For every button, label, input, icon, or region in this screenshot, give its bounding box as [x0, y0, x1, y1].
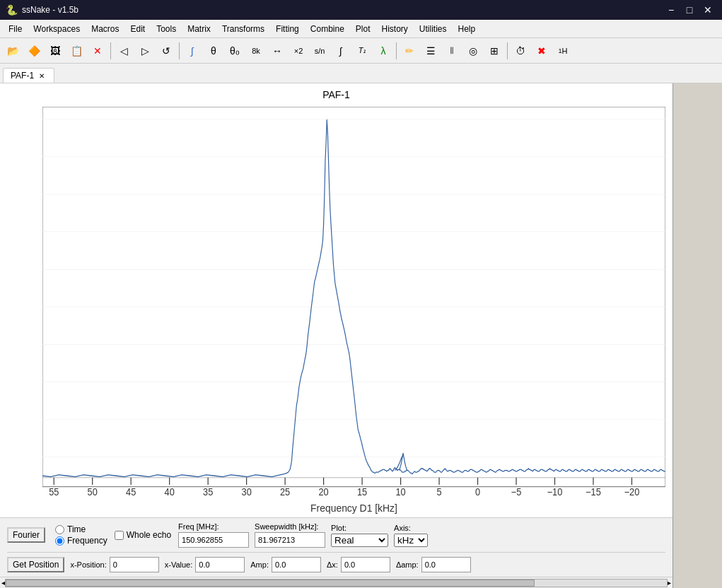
get-position-button[interactable]: Get Position [7, 557, 64, 572]
plot-field-group: Plot: Real Imaginary Absolute [331, 524, 388, 547]
image-button[interactable]: 🖼 [45, 41, 65, 61]
sep4 [507, 42, 508, 59]
delta-x-label: Δx: [327, 560, 338, 569]
x-button[interactable]: ✖ [532, 41, 552, 61]
title-bar: 🐍 ssNake - v1.5b − □ ✕ [0, 0, 722, 20]
delta-amp-input[interactable] [421, 557, 471, 572]
svg-text:Frequency D1 [kHz]: Frequency D1 [kHz] [310, 502, 397, 514]
menubar: File Workspaces Macros Edit Tools Matrix… [0, 20, 722, 38]
time-radio[interactable] [55, 525, 64, 534]
menu-combine[interactable]: Combine [305, 23, 350, 35]
arrows-button[interactable]: ↔ [267, 41, 287, 61]
titlebar-left: 🐍 ssNake - v1.5b [6, 4, 78, 16]
matlab-button[interactable]: 🔶 [24, 41, 44, 61]
menu-fitting[interactable]: Fitting [270, 23, 305, 35]
menu-history[interactable]: History [376, 23, 414, 35]
freq-label: Freq [MHz]: [178, 522, 219, 531]
get-position-row: Get Position x-Position: x-Value: Amp: [7, 552, 665, 572]
menu-tools[interactable]: Tools [151, 23, 182, 35]
scrollbar-track[interactable] [5, 579, 668, 587]
axis-field-group: Axis: kHz ppm Hz [394, 524, 428, 547]
sn-button[interactable]: s/n [310, 41, 330, 61]
copy-button[interactable]: 📋 [66, 41, 86, 61]
sep1 [110, 42, 111, 59]
menu-file[interactable]: File [3, 23, 28, 35]
scrollbar-thumb[interactable] [6, 580, 535, 587]
list-button[interactable]: ☰ [421, 41, 441, 61]
x-position-group: x-Position: [70, 557, 158, 572]
freq-fields: Freq [MHz]: Sweepwidth [kHz]: Plot: Real… [178, 522, 428, 548]
integral-button[interactable]: ∫ [331, 41, 351, 61]
plot-area: PAF-1 1.0 0.9 0.8 0.7 [0, 83, 672, 588]
menu-help[interactable]: Help [453, 23, 482, 35]
app-title: ssNake - v1.5b [22, 5, 78, 15]
bottom-controls: Fourier Time Frequency Whole echo [0, 517, 672, 577]
8k-button[interactable]: 8k [246, 41, 266, 61]
svg-text:15: 15 [357, 487, 367, 498]
delete-button[interactable]: ✕ [88, 41, 107, 61]
svg-rect-0 [42, 107, 665, 487]
pencil-button[interactable]: ✏ [400, 41, 419, 61]
theta-button[interactable]: θ [204, 41, 223, 61]
x-value-label: x-Value: [165, 560, 193, 569]
amp-label: Amp: [250, 560, 269, 569]
svg-text:30: 30 [242, 487, 252, 498]
x-value-input[interactable] [195, 557, 245, 572]
circle-button[interactable]: ◎ [463, 41, 483, 61]
axis-select[interactable]: kHz ppm Hz [394, 534, 428, 547]
lambda-button[interactable]: λ [373, 41, 393, 61]
menu-transforms[interactable]: Transforms [216, 23, 270, 35]
open-button[interactable]: 📂 [3, 41, 23, 61]
frequency-radio[interactable] [55, 536, 64, 546]
svg-text:0: 0 [475, 487, 480, 498]
svg-text:5: 5 [437, 487, 442, 498]
menu-workspaces[interactable]: Workspaces [28, 23, 86, 35]
svg-text:40: 40 [165, 487, 175, 498]
chart-container: 1.0 0.9 0.8 0.7 0.6 0.5 0.4 [0, 103, 672, 517]
tab-label: PAF-1 [11, 71, 34, 81]
amp-input[interactable] [272, 557, 321, 572]
delta-amp-group: Δamp: [396, 557, 471, 572]
amp-group: Amp: [250, 557, 321, 572]
tab-close-button[interactable]: ✕ [37, 71, 47, 81]
clock-button[interactable]: ⏱ [511, 41, 530, 61]
minimize-button[interactable]: − [663, 1, 680, 18]
tabbar: PAF-1 ✕ [0, 64, 722, 83]
x-position-label: x-Position: [70, 560, 106, 569]
whole-echo-label[interactable]: Whole echo [115, 530, 171, 540]
menu-utilities[interactable]: Utilities [414, 23, 453, 35]
refresh-button[interactable]: ↺ [156, 41, 176, 61]
menu-macros[interactable]: Macros [86, 23, 124, 35]
h1-button[interactable]: 1H [553, 41, 573, 61]
maximize-button[interactable]: □ [681, 1, 698, 18]
close-button[interactable]: ✕ [699, 1, 716, 18]
grid-button[interactable]: ⊞ [484, 41, 504, 61]
titlebar-controls[interactable]: − □ ✕ [663, 1, 716, 18]
time-radio-label[interactable]: Time [55, 524, 107, 534]
menu-edit[interactable]: Edit [125, 23, 151, 35]
bars-button[interactable]: ⦀ [442, 41, 462, 61]
t1-button[interactable]: T₁ [352, 41, 372, 61]
scroll-right-arrow[interactable]: ▸ [668, 579, 671, 587]
frequency-radio-label[interactable]: Frequency [55, 536, 107, 546]
theta0-button[interactable]: θ₀ [225, 41, 245, 61]
delta-x-input[interactable] [341, 557, 390, 572]
tab-paf1[interactable]: PAF-1 ✕ [3, 68, 54, 83]
sep3 [396, 42, 397, 59]
curve-button[interactable]: ∫ [182, 41, 202, 61]
fourier-button[interactable]: Fourier [7, 527, 45, 543]
whole-echo-checkbox[interactable] [115, 531, 124, 540]
plot-select[interactable]: Real Imaginary Absolute [331, 534, 388, 547]
x2-button[interactable]: ×2 [289, 41, 308, 61]
delta-x-group: Δx: [327, 557, 390, 572]
undo-button[interactable]: ◁ [114, 41, 134, 61]
freq-input[interactable] [178, 532, 249, 548]
x-position-input[interactable] [110, 557, 159, 572]
svg-text:55: 55 [49, 487, 59, 498]
menu-matrix[interactable]: Matrix [182, 23, 216, 35]
chart-svg: 1.0 0.9 0.8 0.7 0.6 0.5 0.4 [42, 107, 665, 514]
sweepwidth-label: Sweepwidth [kHz]: [255, 522, 318, 531]
redo-button[interactable]: ▷ [135, 41, 155, 61]
sweepwidth-input[interactable] [255, 532, 325, 548]
menu-plot[interactable]: Plot [350, 23, 376, 35]
